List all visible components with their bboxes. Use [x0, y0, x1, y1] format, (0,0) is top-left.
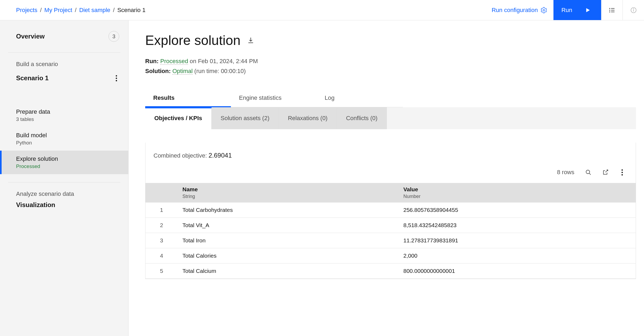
nav-subtitle: 3 tables — [16, 116, 112, 122]
sidebar-overview[interactable]: Overview 3 — [0, 28, 128, 44]
secondary-tabs: Objectives / KPIs Solution assets (2) Re… — [145, 107, 636, 129]
row-value: 11.278317739831891 — [399, 233, 636, 248]
row-index: 5 — [145, 263, 178, 278]
main-content: Explore solution Run: Processed on Feb 0… — [129, 20, 644, 336]
svg-point-6 — [609, 11, 610, 12]
row-index: 2 — [145, 217, 178, 233]
tab-results[interactable]: Results — [145, 90, 231, 107]
sidebar-divider — [8, 182, 120, 182]
sidebar-item-explore-solution[interactable]: Explore solution Processed — [0, 151, 128, 174]
tab-relaxations[interactable]: Relaxations (0) — [279, 107, 337, 129]
sidebar-analyze-label: Analyze scenario data — [0, 190, 128, 197]
column-type: String — [182, 194, 394, 199]
nav-subtitle: Processed — [16, 163, 112, 169]
tab-log[interactable]: Log — [317, 90, 402, 107]
row-index: 1 — [145, 203, 178, 218]
svg-point-10 — [633, 9, 634, 9]
objectives-panel: Combined objective: 2.69041 8 rows — [145, 143, 636, 279]
svg-point-0 — [543, 9, 545, 11]
svg-line-12 — [589, 173, 591, 175]
svg-marker-1 — [586, 8, 590, 12]
breadcrumb-current: Scenario 1 — [117, 7, 145, 14]
info-icon — [630, 7, 637, 14]
column-header-name[interactable]: Name String — [178, 183, 399, 203]
info-button[interactable] — [623, 0, 644, 20]
overflow-menu-icon[interactable] — [619, 167, 625, 178]
breadcrumb-separator: / — [75, 7, 77, 14]
run-timestamp: on Feb 01, 2024, 2:44 PM — [190, 58, 258, 64]
svg-rect-5 — [611, 10, 614, 10]
row-name: Total Carbohydrates — [178, 203, 399, 218]
tab-solution-assets[interactable]: Solution assets (2) — [212, 107, 279, 129]
run-meta: Run: Processed on Feb 01, 2024, 2:44 PM … — [145, 56, 636, 76]
sidebar: Overview 3 Build a scenario Scenario 1 P… — [0, 20, 129, 336]
solution-status: Optimal — [172, 68, 193, 75]
row-name: Total Vit_A — [178, 217, 399, 233]
sidebar-item-build-model[interactable]: Build model Python — [0, 127, 128, 151]
breadcrumb-separator: / — [40, 7, 42, 14]
column-header-value[interactable]: Value Number — [399, 183, 636, 203]
svg-point-11 — [586, 170, 590, 174]
row-value: 800.0000000000001 — [399, 263, 636, 278]
breadcrumb-projects[interactable]: Projects — [16, 7, 37, 14]
sidebar-overview-label: Overview — [16, 33, 45, 40]
page-title: Explore solution — [145, 33, 241, 48]
run-status: Processed — [160, 58, 188, 65]
combined-objective: Combined objective: 2.69041 — [145, 152, 636, 159]
overflow-menu-icon[interactable] — [114, 73, 119, 83]
row-index: 4 — [145, 248, 178, 263]
run-configuration-label: Run configuration — [492, 7, 538, 14]
svg-point-4 — [609, 10, 610, 10]
svg-point-2 — [609, 8, 610, 9]
sidebar-item-prepare-data[interactable]: Prepare data 3 tables — [0, 104, 128, 127]
rows-count-label: 8 rows — [557, 169, 574, 176]
nav-title: Explore solution — [16, 155, 112, 162]
breadcrumb-separator: / — [113, 7, 115, 14]
sidebar-item-visualization[interactable]: Visualization — [0, 201, 128, 209]
run-configuration-link[interactable]: Run configuration — [485, 0, 553, 20]
search-icon[interactable] — [585, 169, 591, 175]
run-button[interactable]: Run — [553, 0, 601, 20]
export-icon[interactable] — [602, 169, 609, 175]
list-toggle-button[interactable] — [601, 0, 623, 20]
table-toolbar: 8 rows — [145, 159, 636, 183]
solution-label: Solution: — [145, 68, 171, 74]
combined-objective-value: 2.69041 — [208, 152, 232, 159]
column-header-index — [145, 183, 178, 203]
play-icon — [585, 7, 590, 13]
primary-tabs: Results Engine statistics Log — [145, 90, 403, 107]
nav-subtitle: Python — [16, 140, 112, 146]
sidebar-build-label: Build a scenario — [0, 61, 128, 68]
table-row[interactable]: 3 Total Iron 11.278317739831891 — [145, 233, 636, 248]
row-index: 3 — [145, 233, 178, 248]
list-icon — [609, 7, 616, 14]
row-name: Total Calcium — [178, 263, 399, 278]
tab-conflicts[interactable]: Conflicts (0) — [337, 107, 387, 129]
sidebar-divider — [8, 52, 120, 53]
sidebar-scenario-label: Scenario 1 — [16, 74, 48, 82]
combined-objective-label: Combined objective: — [153, 152, 207, 159]
solution-runtime: (run time: 00:00:10) — [194, 68, 246, 74]
download-icon[interactable] — [247, 37, 254, 44]
tab-objectives-kpis[interactable]: Objectives / KPIs — [145, 107, 212, 129]
gear-icon — [541, 7, 547, 13]
breadcrumb-my-project[interactable]: My Project — [44, 7, 72, 14]
breadcrumb: Projects / My Project / Diet sample / Sc… — [0, 7, 145, 14]
column-type: Number — [403, 194, 631, 199]
run-button-label: Run — [561, 7, 572, 14]
row-value: 256.80576358904455 — [399, 203, 636, 218]
overview-count-badge: 3 — [108, 31, 119, 42]
table-row[interactable]: 4 Total Calories 2,000 — [145, 248, 636, 263]
table-row[interactable]: 1 Total Carbohydrates 256.80576358904455 — [145, 203, 636, 218]
breadcrumb-diet-sample[interactable]: Diet sample — [79, 7, 110, 14]
kpi-table: Name String Value Number 1 Tota — [145, 183, 636, 279]
row-name: Total Iron — [178, 233, 399, 248]
row-value: 2,000 — [399, 248, 636, 263]
table-row[interactable]: 5 Total Calcium 800.0000000000001 — [145, 263, 636, 278]
row-value: 8,518.432542485823 — [399, 217, 636, 233]
run-label: Run: — [145, 58, 159, 64]
svg-rect-7 — [611, 12, 614, 12]
tab-engine-statistics[interactable]: Engine statistics — [231, 90, 317, 107]
sidebar-scenario[interactable]: Scenario 1 — [0, 71, 128, 85]
table-row[interactable]: 2 Total Vit_A 8,518.432542485823 — [145, 217, 636, 233]
